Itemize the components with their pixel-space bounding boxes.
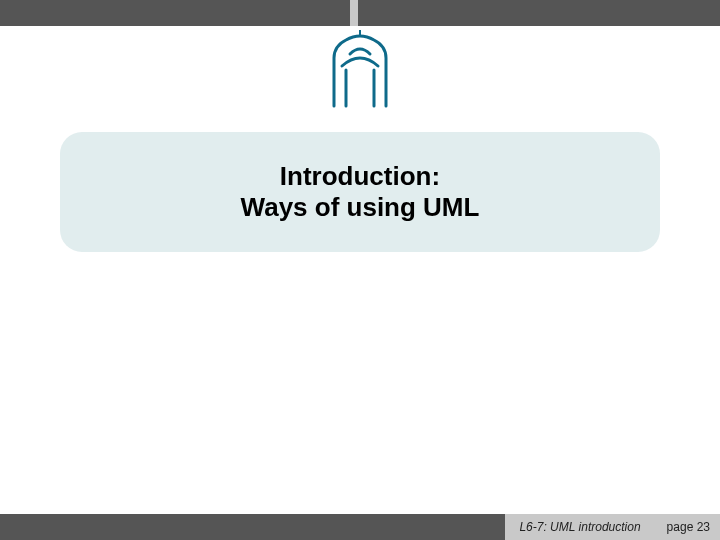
title-line-2: Ways of using UML (241, 192, 480, 222)
footer-right: L6-7: UML introduction page 23 (505, 514, 720, 540)
title-line-1: Introduction: (280, 161, 440, 191)
title-card: Introduction: Ways of using UML (60, 132, 660, 252)
footer-lecture-label: L6-7: UML introduction (519, 520, 640, 534)
top-bar-accent (350, 0, 358, 26)
slide: Introduction: Ways of using UML L6-7: UM… (0, 0, 720, 540)
footer-page-label: page 23 (667, 520, 710, 534)
logo-area (0, 30, 720, 112)
university-logo-icon (324, 30, 396, 112)
slide-title: Introduction: Ways of using UML (241, 161, 480, 223)
top-bar (0, 0, 720, 26)
